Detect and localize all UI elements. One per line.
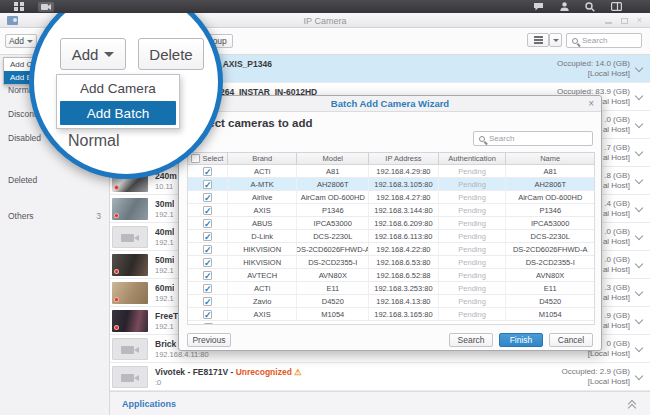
add-button[interactable]: Add <box>5 34 37 48</box>
dialog-close-icon[interactable]: × <box>588 98 594 110</box>
sidebar-item-deleted[interactable]: Deleted <box>8 175 101 187</box>
chevron-down-icon[interactable] <box>635 288 643 296</box>
column-header-model[interactable]: Model <box>297 153 369 164</box>
column-header-label: Select <box>200 154 223 163</box>
close-icon[interactable]: × <box>637 16 642 25</box>
host-label: [Local Host] <box>588 69 630 78</box>
table-row[interactable]: ✓D-LinkDCS-2230L192.168.6.113:80PendingD… <box>188 230 594 243</box>
chat-icon[interactable] <box>533 2 544 11</box>
cell: AirCam OD-600HD <box>506 191 594 203</box>
chevron-down-icon[interactable] <box>635 176 643 184</box>
chevron-down-icon[interactable] <box>635 148 643 156</box>
toolbar-search-input[interactable]: Search <box>566 33 642 48</box>
chevron-down-icon[interactable] <box>635 204 643 212</box>
cell: AXIS <box>228 204 298 216</box>
collapse-icon[interactable] <box>629 401 636 410</box>
table-row[interactable]: ✓AXISP1346192.168.3.144:80PendingP1346 <box>188 204 594 217</box>
table-row[interactable]: ✓ <box>188 321 594 325</box>
widgets-icon[interactable] <box>611 2 622 11</box>
occupied-label: .3 (GB) <box>604 283 630 292</box>
table-row[interactable]: ✓AXISM1054192.168.3.165:80PendingM1054 <box>188 308 594 321</box>
chevron-down-icon[interactable] <box>635 232 643 240</box>
row-checkbox[interactable]: ✓ <box>203 258 212 267</box>
recording-icon <box>114 297 119 302</box>
cell: 192.168.4.22:80 <box>369 243 439 255</box>
chevron-down-icon[interactable] <box>635 344 643 352</box>
row-checkbox[interactable]: ✓ <box>203 245 212 254</box>
chevron-down-icon[interactable] <box>635 316 643 324</box>
chevron-down-icon[interactable] <box>635 92 643 100</box>
cell: AirCam OD-600HD <box>297 191 369 203</box>
chevron-down-icon[interactable] <box>635 260 643 268</box>
row-checkbox[interactable]: ✓ <box>203 180 212 189</box>
camera-name: Vivotek - FE8171V - Unrecognized ⚠ <box>155 367 302 377</box>
finish-label: Finish <box>510 335 533 345</box>
table-row[interactable]: ✓AVTECHAVN80X192.168.6.52:88PendingAVN80… <box>188 269 594 282</box>
column-header-select[interactable]: Select <box>188 153 228 164</box>
user-icon[interactable] <box>560 2 569 11</box>
cell: 192.168.6.53:80 <box>369 256 439 268</box>
cell: A81 <box>297 165 369 177</box>
column-header-brand[interactable]: Brand <box>228 153 298 164</box>
row-checkbox[interactable]: ✓ <box>204 323 213 326</box>
table-row[interactable]: ✓AirliveAirCam OD-600HD192.168.4.27:80Pe… <box>188 191 594 204</box>
cell: D4520 <box>297 295 369 307</box>
table-row[interactable]: ✓ACTiE11192.168.3.253:80PendingE11 <box>188 282 594 295</box>
main-menu-icon[interactable] <box>14 2 24 11</box>
row-checkbox[interactable]: ✓ <box>203 167 212 176</box>
cell: A-MTK <box>228 178 298 190</box>
table-row[interactable]: ✓HIKVISIONDS-2CD6026FHWD-A192.168.4.22:8… <box>188 243 594 256</box>
cell: DS-2CD2355-I <box>506 256 594 268</box>
table-header: SelectBrandModelIP AddressAuthentication… <box>187 152 595 165</box>
cell: HIKVISION <box>228 256 298 268</box>
table-row[interactable]: ✓ACTiA81192.168.4.29:80PendingA81 <box>188 165 594 178</box>
view-mode-button[interactable] <box>527 33 549 47</box>
row-checkbox[interactable]: ✓ <box>203 271 212 280</box>
camera-thumbnail <box>112 282 148 304</box>
column-header-ip-address[interactable]: IP Address <box>369 153 439 164</box>
row-checkbox[interactable]: ✓ <box>203 193 212 202</box>
table-row[interactable]: ✓A-MTKAH2806T192.168.3.105:80PendingAH28… <box>188 178 594 191</box>
row-checkbox[interactable]: ✓ <box>203 206 212 215</box>
column-header-name[interactable]: Name <box>506 153 594 164</box>
applications-bar[interactable]: Applications <box>110 391 650 415</box>
row-checkbox[interactable]: ✓ <box>203 297 212 306</box>
row-checkbox[interactable]: ✓ <box>203 232 212 241</box>
select-cell: ✓ <box>188 217 228 229</box>
camera-ip: :0 <box>155 378 161 387</box>
cell: Pending <box>439 191 507 203</box>
view-mode-caret-button[interactable] <box>549 33 562 47</box>
occupied-label: .4 (GB) <box>604 199 630 208</box>
recording-icon <box>114 185 119 190</box>
chevron-down-icon[interactable] <box>635 64 643 72</box>
occupied-label: .7 (GB) <box>604 143 630 152</box>
table-row[interactable]: ✓HIKVISIONDS-2CD2355-I192.168.6.53:80Pen… <box>188 256 594 269</box>
sidebar-item-others[interactable]: Others3 <box>8 211 101 223</box>
occupied-label: .9 (GB) <box>604 311 630 320</box>
row-checkbox[interactable]: ✓ <box>203 284 212 293</box>
surveillance-app-icon[interactable] <box>38 2 54 12</box>
cell: P1346 <box>506 204 594 216</box>
dialog-search-input[interactable]: Search <box>473 131 593 146</box>
host-label: [Local Host] <box>588 377 630 386</box>
chevron-down-icon[interactable] <box>635 372 643 380</box>
applications-link[interactable]: Applications <box>122 399 176 409</box>
cancel-button[interactable]: Cancel <box>549 333 593 347</box>
maximize-icon[interactable] <box>621 18 628 24</box>
row-checkbox[interactable]: ✓ <box>203 310 212 319</box>
camera-thumbnail-disconnected <box>112 226 148 248</box>
table-row[interactable]: ✓ABUSIPCA53000192.168.6.209:80PendingIPC… <box>188 217 594 230</box>
previous-button[interactable]: Previous <box>187 333 231 347</box>
camera-row[interactable]: Vivotek - FE8171V - Unrecognized ⚠:0Occu… <box>110 363 650 391</box>
table-row[interactable]: ✓ZavioD4520192.168.4.13:80PendingD4520 <box>188 295 594 308</box>
dialog-search-button[interactable]: Search <box>449 333 493 347</box>
row-checkbox[interactable]: ✓ <box>203 219 212 228</box>
search-icon[interactable] <box>585 2 595 12</box>
column-header-authentication[interactable]: Authentication <box>439 153 507 164</box>
finish-button[interactable]: Finish <box>499 333 543 347</box>
cell: ACTi <box>228 165 298 177</box>
cell: DS-2CD6026FHWD-A <box>506 243 594 255</box>
select-all-checkbox[interactable] <box>191 154 200 163</box>
chevron-down-icon[interactable] <box>635 120 643 128</box>
minimize-icon[interactable] <box>605 22 612 24</box>
